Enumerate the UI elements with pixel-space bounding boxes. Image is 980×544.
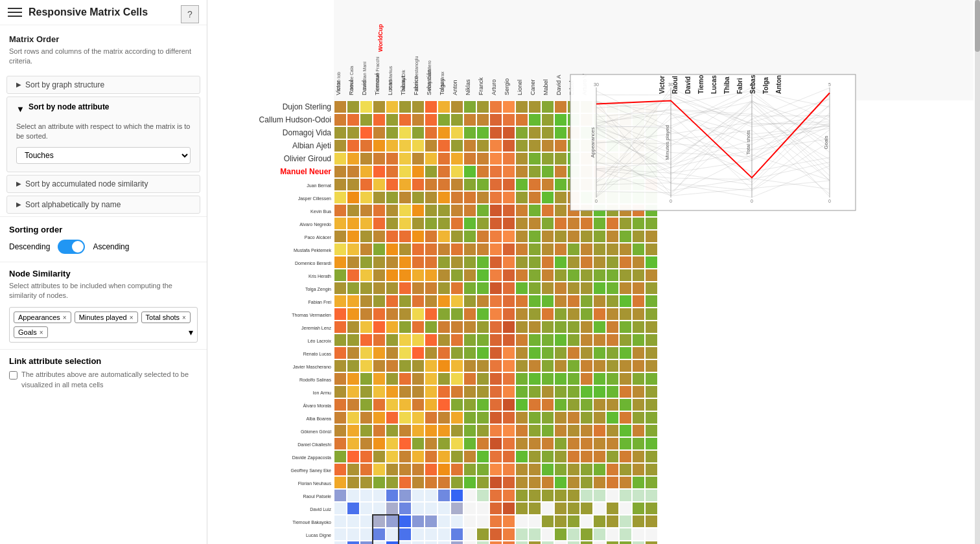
matrix-order-title: Matrix Order	[0, 25, 207, 47]
sorting-order-row: Descending Ascending	[9, 240, 198, 254]
attr-dropdown-wrap: Touches Appearances Minutes played Goals…	[16, 147, 191, 164]
link-attr-checkbox[interactable]	[9, 371, 18, 380]
tags-dropdown-arrow[interactable]: ▾	[189, 327, 193, 337]
arrow-right-icon: ▶	[16, 81, 21, 88]
sort-accumulated-similarity[interactable]: ▶ Sort by accumulated node similarity	[6, 175, 200, 193]
tags-container: Appearances × Minutes played × Total sho…	[9, 307, 198, 343]
attr-select[interactable]: Touches Appearances Minutes played Goals…	[16, 147, 191, 164]
sort-alphabetically[interactable]: ▶ Sort alphabetically by name	[6, 196, 200, 214]
sort-node-attribute-header[interactable]: ▼ Sort by node attribute	[16, 102, 191, 117]
tag-minutes-played: Minutes played ×	[75, 312, 138, 323]
matrix-canvas[interactable]	[207, 0, 980, 544]
hamburger-icon[interactable]	[8, 8, 22, 17]
sorting-toggle[interactable]	[58, 240, 85, 254]
link-attr-checkbox-row: The attributes above are automatically s…	[9, 370, 198, 390]
arrow-right-icon-3: ▶	[16, 201, 21, 208]
descending-label: Descending	[9, 242, 50, 251]
sorting-order-section: Sorting order Descending Ascending	[0, 216, 207, 262]
main-content	[207, 0, 980, 544]
sidebar-header: Responsive Matrix Cells ?	[0, 0, 207, 25]
remove-total-shots-icon[interactable]: ×	[182, 314, 186, 321]
remove-appearances-icon[interactable]: ×	[63, 314, 67, 321]
arrow-right-icon-2: ▶	[16, 180, 21, 187]
remove-minutes-icon[interactable]: ×	[130, 314, 134, 321]
link-attr-section: Link attribute selection The attributes …	[0, 349, 207, 396]
scrollbar-thumb[interactable]	[975, 0, 980, 52]
sorting-order-title: Sorting order	[9, 225, 198, 234]
matrix-container	[207, 0, 980, 544]
tag-total-shots: Total shots ×	[141, 312, 191, 323]
arrow-down-icon: ▼	[16, 104, 25, 114]
sort-graph-structure[interactable]: ▶ Sort by graph structure	[6, 76, 200, 94]
node-attr-desc: Select an attribute with respect to whic…	[16, 122, 191, 142]
node-similarity-section: Node Similarity Select attributes to be …	[0, 262, 207, 350]
remove-goals-icon[interactable]: ×	[40, 329, 43, 336]
tag-goals: Goals ×	[14, 326, 48, 338]
scrollbar-vertical[interactable]	[975, 0, 980, 544]
ascending-label: Ascending	[93, 242, 129, 251]
matrix-order-desc: Sort rows and columns of the matrix acco…	[0, 47, 207, 73]
app-title: Responsive Matrix Cells	[29, 6, 148, 18]
node-similarity-title: Node Similarity	[9, 269, 198, 278]
tag-appearances: Appearances ×	[14, 312, 71, 323]
link-attr-title: Link attribute selection	[9, 356, 198, 366]
sort-node-attribute-section: ▼ Sort by node attribute Select an attri…	[6, 96, 200, 172]
node-similarity-desc: Select attributes to be included when co…	[9, 281, 198, 301]
help-button[interactable]: ?	[181, 5, 199, 23]
goals-label: Goals	[18, 328, 37, 336]
link-attr-desc: The attributes above are automatically s…	[21, 370, 198, 390]
sidebar: Responsive Matrix Cells ? Matrix Order S…	[0, 0, 207, 544]
